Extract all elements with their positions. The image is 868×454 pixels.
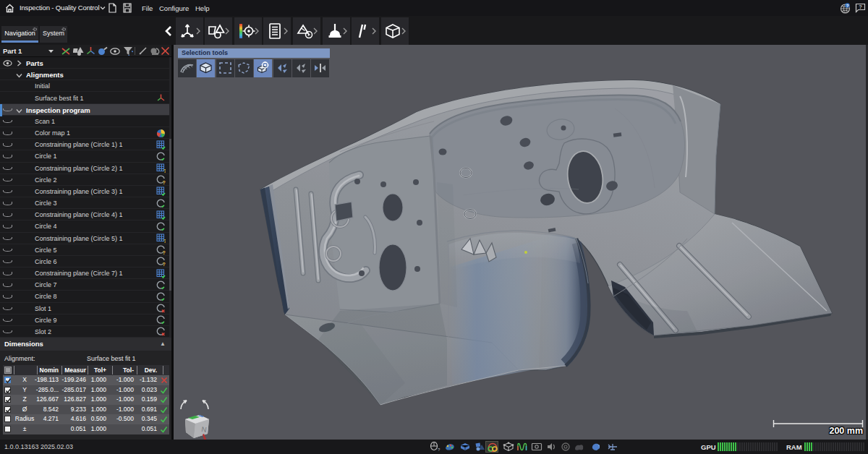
svg-text:?: ? (859, 4, 862, 10)
svg-text:?: ? (163, 168, 166, 173)
svg-text:?: ? (438, 447, 441, 452)
svg-text:N: N (201, 425, 208, 434)
svg-text:?: ? (163, 180, 166, 184)
svg-text:?: ? (163, 262, 166, 266)
svg-text:?: ? (163, 239, 166, 243)
svg-text:?: ? (846, 4, 849, 8)
svg-text:?: ? (163, 250, 166, 254)
